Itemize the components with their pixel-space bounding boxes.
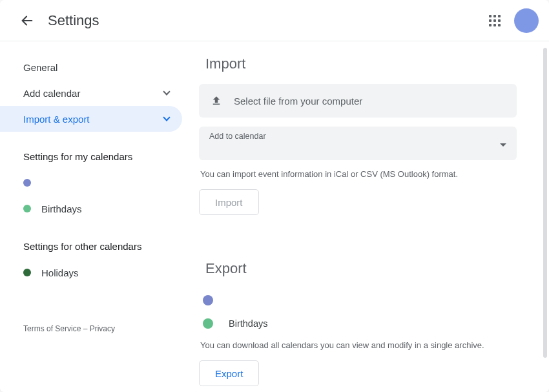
dropdown-caret-icon xyxy=(500,143,506,147)
calendar-color-dot xyxy=(23,269,31,276)
back-button[interactable] xyxy=(14,8,40,34)
export-hint: You can download all calendars you can v… xyxy=(199,340,517,350)
settings-main: Import Select file from your computer Ad… xyxy=(194,41,549,392)
export-calendar-row xyxy=(199,289,517,312)
apps-grid-icon xyxy=(489,15,501,26)
app-header: Settings xyxy=(0,0,549,41)
sidebar-item-add-calendar[interactable]: Add calendar xyxy=(0,80,182,106)
calendar-name: Birthdays xyxy=(41,203,82,214)
avatar[interactable] xyxy=(514,8,539,33)
export-button[interactable]: Export xyxy=(199,360,259,386)
chevron-down-icon xyxy=(163,114,170,121)
calendar-color-dot xyxy=(23,205,31,212)
calendar-color-dot xyxy=(23,179,31,187)
arrow-left-icon xyxy=(20,14,34,28)
scrollbar[interactable] xyxy=(543,48,547,358)
calendar-color-dot xyxy=(203,295,213,305)
sidebar-item-general[interactable]: General xyxy=(0,54,182,80)
sidebar-section-other-calendars: Settings for other calendars xyxy=(0,222,194,260)
calendar-name: Holidays xyxy=(41,267,79,278)
page-title: Settings xyxy=(48,12,482,29)
add-to-calendar-select[interactable]: Add to calendar xyxy=(199,127,517,160)
sidebar-item-import-export[interactable]: Import & export xyxy=(0,106,182,132)
calendar-name: Birthdays xyxy=(229,318,267,329)
select-file-label: Select file from your computer xyxy=(234,96,362,107)
chevron-down-icon xyxy=(163,88,170,95)
import-section-title: Import xyxy=(199,56,517,72)
sidebar-item-label: Add calendar xyxy=(23,88,80,99)
select-label: Add to calendar xyxy=(209,132,506,141)
sidebar-item-label: Import & export xyxy=(23,114,90,125)
sidebar-calendar-item[interactable]: Birthdays xyxy=(0,196,194,222)
import-hint: You can import event information in iCal… xyxy=(199,169,517,179)
sidebar-item-label: General xyxy=(23,62,57,73)
select-file-button[interactable]: Select file from your computer xyxy=(199,84,517,118)
sidebar-section-my-calendars: Settings for my calendars xyxy=(0,132,194,170)
footer-links[interactable]: Terms of Service – Privacy xyxy=(0,285,194,333)
import-button[interactable]: Import xyxy=(199,189,259,215)
upload-icon xyxy=(211,95,222,107)
sidebar-calendar-item[interactable] xyxy=(0,170,194,196)
settings-sidebar: General Add calendar Import & export Set… xyxy=(0,41,194,392)
export-section-title: Export xyxy=(199,260,517,277)
export-calendar-row: Birthdays xyxy=(199,312,517,335)
calendar-color-dot xyxy=(203,318,213,329)
apps-button[interactable] xyxy=(482,8,508,34)
sidebar-calendar-item[interactable]: Holidays xyxy=(0,260,194,285)
